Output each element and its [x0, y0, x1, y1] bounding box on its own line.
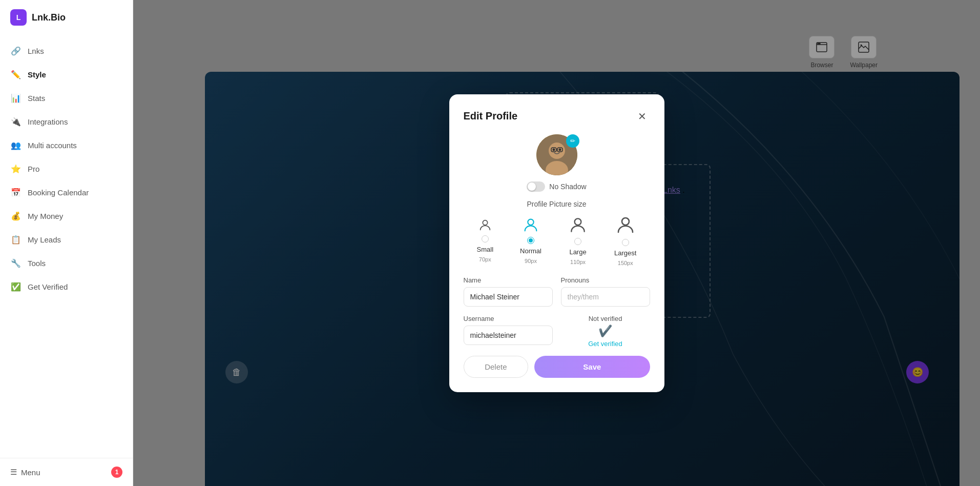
size-option-largest[interactable]: Largest 150px — [614, 214, 636, 266]
modal-overlay: Edit Profile ✕ — [133, 0, 980, 486]
radio-normal[interactable] — [527, 237, 534, 244]
username-group: Username — [464, 315, 553, 348]
lnks-icon: 🔗 — [10, 45, 22, 56]
sidebar-label-tools: Tools — [28, 259, 46, 268]
tools-icon: 🔧 — [10, 257, 22, 269]
not-verified-label: Not verified — [589, 315, 622, 322]
size-option-normal[interactable]: Normal 90px — [520, 216, 541, 264]
verification-group: Not verified ✔️ Get verified — [561, 315, 650, 348]
sidebar-label-lnks: Lnks — [28, 47, 44, 55]
my-leads-icon: 📋 — [10, 234, 22, 245]
name-label: Name — [464, 276, 553, 284]
sidebar-nav: 🔗 Lnks ✏️ Style 📊 Stats 🔌 Integrations 👥… — [0, 35, 133, 458]
notification-badge[interactable]: 1 — [111, 467, 122, 478]
svg-point-16 — [622, 218, 629, 225]
avatar-edit-button[interactable]: ✏ — [566, 134, 579, 148]
radio-large[interactable] — [574, 238, 581, 245]
name-input[interactable] — [464, 287, 553, 307]
save-button[interactable]: Save — [534, 356, 650, 378]
get-verified-icon: ✅ — [10, 281, 22, 292]
sidebar-item-multi-accounts[interactable]: 👥 Multi accounts — [0, 133, 133, 157]
size-small-px: 70px — [479, 256, 491, 262]
svg-point-14 — [528, 219, 533, 225]
multi-accounts-icon: 👥 — [10, 139, 22, 151]
size-option-small[interactable]: Small 70px — [477, 218, 494, 262]
sidebar-item-my-money[interactable]: 💰 My Money — [0, 204, 133, 228]
username-verify-row: Username Not verified ✔️ Get verified — [464, 315, 650, 348]
delete-button[interactable]: Delete — [464, 356, 529, 378]
size-largest-px: 150px — [618, 260, 633, 266]
sidebar-item-tools[interactable]: 🔧 Tools — [0, 251, 133, 275]
size-small-icon — [478, 218, 492, 232]
size-largest-label: Largest — [614, 249, 636, 257]
sidebar-label-multi-accounts: Multi accounts — [28, 141, 77, 150]
size-normal-px: 90px — [525, 258, 537, 264]
pro-icon: ⭐ — [10, 163, 22, 174]
sidebar: L Lnk.Bio 🔗 Lnks ✏️ Style 📊 Stats 🔌 Inte… — [0, 0, 133, 486]
size-option-large[interactable]: Large 110px — [568, 215, 588, 265]
get-verified-link[interactable]: Get verified — [588, 340, 622, 348]
username-input[interactable] — [464, 326, 553, 345]
sidebar-label-style: Style — [28, 70, 46, 79]
toggle-switch[interactable] — [527, 181, 545, 192]
size-normal-icon — [522, 216, 539, 234]
size-large-px: 110px — [570, 259, 586, 265]
sidebar-footer: ☰ Menu 1 — [0, 458, 133, 486]
svg-point-8 — [552, 148, 555, 151]
verify-icon: ✔️ — [598, 325, 612, 338]
sidebar-item-my-leads[interactable]: 📋 My Leads — [0, 228, 133, 251]
sidebar-label-pro: Pro — [28, 165, 39, 173]
size-large-label: Large — [569, 248, 586, 256]
sidebar-item-style[interactable]: ✏️ Style — [0, 63, 133, 86]
sidebar-logo[interactable]: L Lnk.Bio — [0, 0, 133, 35]
pronouns-input[interactable] — [561, 287, 650, 307]
booking-icon: 📅 — [10, 187, 22, 198]
sidebar-item-pro[interactable]: ⭐ Pro — [0, 157, 133, 180]
name-group: Name — [464, 276, 553, 307]
svg-point-9 — [558, 148, 561, 151]
no-shadow-label: No Shadow — [549, 183, 586, 191]
modal-title: Edit Profile — [464, 110, 518, 122]
size-largest-icon — [615, 214, 636, 236]
picture-size-label: Profile Picture size — [464, 200, 650, 208]
username-label: Username — [464, 315, 553, 322]
style-icon: ✏️ — [10, 69, 22, 80]
size-options: Small 70px Normal 90px — [464, 214, 650, 266]
size-small-label: Small — [477, 246, 494, 253]
sidebar-item-booking-calendar[interactable]: 📅 Booking Calendar — [0, 180, 133, 204]
sidebar-label-my-money: My Money — [28, 212, 63, 220]
name-pronouns-row: Name Pronouns — [464, 276, 650, 307]
sidebar-label-stats: Stats — [28, 94, 45, 103]
sidebar-item-stats[interactable]: 📊 Stats — [0, 86, 133, 110]
sidebar-label-integrations: Integrations — [28, 117, 68, 126]
modal-header: Edit Profile ✕ — [464, 109, 650, 124]
picture-size-section: Profile Picture size Small 70px — [464, 200, 650, 266]
menu-label-text: Menu — [21, 468, 40, 477]
avatar-section: ✏ No Shadow — [464, 134, 650, 192]
integrations-icon: 🔌 — [10, 116, 22, 127]
app-logo-icon: L — [10, 9, 27, 26]
radio-small[interactable] — [482, 235, 489, 242]
size-normal-label: Normal — [520, 247, 541, 255]
app-name: Lnk.Bio — [32, 12, 66, 23]
menu-button[interactable]: ☰ Menu — [10, 468, 40, 477]
sidebar-item-lnks[interactable]: 🔗 Lnks — [0, 39, 133, 63]
radio-largest[interactable] — [622, 239, 629, 246]
no-shadow-toggle[interactable]: No Shadow — [527, 181, 586, 192]
svg-point-13 — [483, 220, 487, 225]
edit-profile-modal: Edit Profile ✕ — [449, 94, 664, 392]
sidebar-label-booking: Booking Calendar — [28, 188, 89, 197]
modal-close-button[interactable]: ✕ — [635, 109, 650, 124]
sidebar-label-my-leads: My Leads — [28, 235, 61, 244]
svg-point-15 — [575, 218, 581, 225]
hamburger-icon: ☰ — [10, 468, 17, 477]
my-money-icon: 💰 — [10, 210, 22, 221]
avatar-wrapper: ✏ — [536, 134, 577, 175]
pronouns-label: Pronouns — [561, 276, 650, 284]
modal-actions: Delete Save — [464, 356, 650, 378]
pencil-icon: ✏ — [570, 137, 575, 145]
pronouns-group: Pronouns — [561, 276, 650, 307]
sidebar-item-integrations[interactable]: 🔌 Integrations — [0, 110, 133, 133]
sidebar-label-get-verified: Get Verified — [28, 282, 68, 291]
sidebar-item-get-verified[interactable]: ✅ Get Verified — [0, 275, 133, 298]
